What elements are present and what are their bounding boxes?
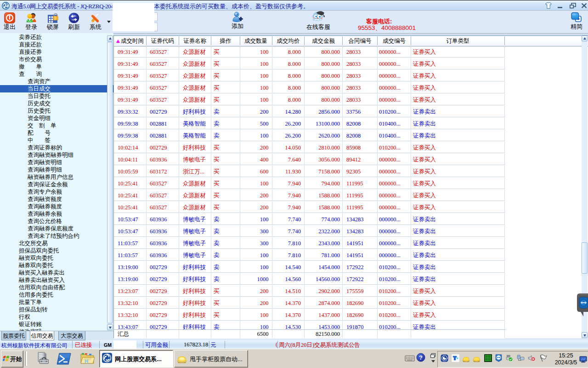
scroll-down-button[interactable] [582,332,588,338]
sidebar-item[interactable]: 融资融券用户信息 [0,173,113,181]
table-row[interactable]: 13:43:07002729好利科技卖10014.5301453.0001918… [114,321,505,329]
table-row[interactable]: 10:02:14002729好利科技买20014.0502810.0008590… [114,142,505,154]
table-row[interactable]: 10:53:47603936博敏电子卖1007.740774.000134283… [114,213,505,225]
skin-icon[interactable] [545,2,552,9]
trade-t-icon[interactable] [452,354,459,362]
keyboard-icon[interactable] [405,354,415,362]
table-row[interactable]: 10:25:41603527众源新材买1007.940794.000111995… [114,178,505,190]
sidebar-item[interactable]: 信用双向自由搭配 [0,284,113,291]
sidebar-item[interactable]: 查询公允价格 [0,218,113,225]
sidebar-item[interactable]: 查询保证金余额 [0,181,113,188]
sidebar-item[interactable]: 查 询 [0,70,113,78]
sidebar-item[interactable]: 北交所交易 [0,240,113,247]
column-header[interactable]: 成交编号 [378,36,411,45]
scroll-up-button[interactable] [107,35,113,41]
muted-speaker-icon[interactable] [528,354,536,362]
computer-toolbox-icon[interactable] [35,351,49,365]
scrollbar-thumb[interactable] [107,42,113,323]
sidebar-item[interactable]: 卖券还款 [0,34,113,41]
gold-ingot-icon[interactable] [462,356,470,363]
taskbar-task-haitong[interactable]: 网上股票交易系... [99,350,173,368]
table-row[interactable]: 09:31:49603527众源新材买1008.000800.000280330… [114,58,505,70]
sidebar-item[interactable]: 交 割 单 [0,122,113,129]
teamviewer-icon[interactable] [495,354,503,362]
exit-button[interactable]: 退出 [0,12,20,32]
sidebar-item[interactable]: 市价交易 [0,56,113,63]
monitor-icon[interactable] [579,356,587,363]
usb-ok-icon[interactable] [505,354,513,362]
table-row[interactable]: 09:31:49603527众源新材买1008.000800.000280330… [114,70,505,82]
column-header[interactable]: 操作 [211,36,240,45]
green-grid-icon[interactable] [484,354,492,362]
sidebar-item[interactable]: 资金明细 [0,115,113,122]
refresh-button[interactable]: 刷新 [63,12,85,32]
sidebar-item[interactable]: 银证转账 [0,321,113,328]
tab-credit-trading[interactable]: 信用交易 [30,331,54,340]
sidebar-item[interactable]: 查询专户余额 [0,188,113,196]
minimize-icon[interactable] [557,2,564,9]
table-row[interactable]: 10:25:41603527众源新材买2007.9401588.00011199… [114,201,505,213]
simplify-button[interactable]: 精简 [566,12,587,32]
powershell-icon[interactable] [57,353,71,365]
toolbar-more-dropdown-arrow[interactable] [107,21,111,23]
column-header[interactable]: 证券代码 [147,36,179,45]
sidebar-item[interactable]: 查询融券余额 [0,210,113,218]
help-icon[interactable]: ? [416,353,425,362]
start-button[interactable]: 开始 [1,351,23,368]
sidebar-item[interactable]: 当日委托 [0,92,113,100]
table-row[interactable]: 09:31:49603527众源新材买1008.000800.000280330… [114,46,505,58]
taskbar-clock[interactable]: 15:25 2024/3/5 [553,352,579,366]
sidebar-item[interactable]: 行权 [0,313,113,321]
folder-icon[interactable] [80,352,95,365]
scrollbar-thumb[interactable] [582,242,588,274]
flag-icon[interactable] [539,354,547,362]
tab-stock-trading[interactable]: 股票委托 [1,331,26,340]
sidebar-item[interactable]: 融资买入融券卖出 [0,269,113,276]
table-row[interactable]: 10:04:11603936博敏电子买4007.6403056.00089412… [114,154,505,166]
sidebar-item[interactable]: 融券双向委托 [0,262,113,269]
sidebar-item[interactable]: 历史成交 [0,100,113,107]
sidebar-item[interactable]: 查询证券标的 [0,144,113,151]
table-row[interactable]: 09:31:49603527众源新材买1008.000800.000280330… [114,94,505,106]
column-header[interactable]: 订单类型 [411,36,505,45]
gm-logo-icon[interactable] [441,354,448,362]
sidebar-item[interactable]: 融资双向委托 [0,254,113,262]
scroll-up-button[interactable] [582,35,588,41]
sidebar-item[interactable]: 撤 单 [0,63,113,70]
add-button[interactable]: 添加 [227,11,248,31]
sidebar-item[interactable]: 查询融资融券明细 [0,151,113,159]
taskbar-task-shuaishou[interactable]: 甩手掌柜股票自动... [174,350,248,368]
tab-block-trading[interactable]: 大宗交易 [58,331,85,340]
column-header[interactable]: 证券名称 [179,36,212,45]
table-row[interactable]: 09:59:38002881美格智能卖50026.20013100.000820… [114,118,505,130]
table-row[interactable]: 11:03:57603936博敏电子卖3007.8102343.00014195… [114,237,505,249]
column-header[interactable]: 合同编号 [343,36,378,45]
table-row[interactable]: 13:32:10002729好利科技买10014.3701437.0001826… [114,309,505,321]
network-icon[interactable] [517,354,525,362]
table-row[interactable]: 10:05:59603172浙江万...买60011.9307158.00092… [114,166,505,178]
sidebar-scrollbar[interactable] [107,35,113,330]
table-row[interactable]: 13:23:07002729好利科技买20014.5102902.0001755… [114,285,505,297]
close-icon[interactable] [581,2,588,9]
sidebar-item[interactable]: 查询未了结预约合约 [0,232,113,240]
table-row[interactable]: 13:19:00002729好利科技卖100014.56014560.00017… [114,273,505,285]
sidebar-item[interactable]: 查询融券额度 [0,203,113,210]
table-row[interactable]: 10:53:47603936博敏电子卖3007.7402322.00013428… [114,225,505,237]
column-header[interactable]: 成交均价 [272,36,305,45]
sidebar-item[interactable]: 信用多向委托 [0,291,113,299]
column-header[interactable]: 成交时间 [114,36,147,45]
title-bar[interactable]: 海通5.0网上交易委托系统 - JQ-RZRQ-204 本委托系统提示的可买数量… [0,0,588,11]
sidebar-item[interactable]: 担保品划转 [0,306,113,313]
sidebar-item[interactable]: 查询融券保底额度 [0,225,113,232]
online-service-button[interactable]: 在线客服 [306,11,330,31]
sidebar-item[interactable]: 中 签 [0,137,113,144]
table-header-row[interactable]: 成交时间证券代码证券名称操作成交数量成交均价成交金额合同编号成交编号订单类型 [114,35,588,46]
table-row[interactable]: 13:32:10002729好利科技买20014.3702874.0001826… [114,297,505,309]
restore-icon[interactable] [569,2,577,9]
sidebar-item[interactable]: 查询资产 [0,78,113,85]
table-row[interactable]: 13:19:00002729好利科技卖10014.5401454.0001729… [114,261,505,273]
table-scrollbar[interactable] [582,35,588,338]
sidebar-item[interactable]: 融券卖出融资买入 [0,276,113,284]
table-row[interactable]: 09:33:32002729好利科技卖20014.2802856.0003375… [114,106,505,118]
teamviewer-badge[interactable] [576,293,588,319]
